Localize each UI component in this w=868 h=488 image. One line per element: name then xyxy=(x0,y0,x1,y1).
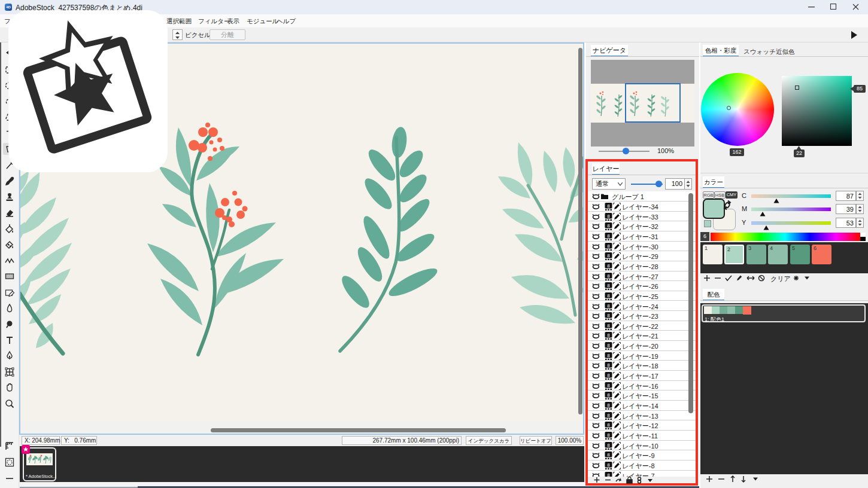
svg-text:8: 8 xyxy=(607,223,610,228)
svg-text:クリア: クリア xyxy=(770,275,791,282)
svg-text:8: 8 xyxy=(607,333,610,338)
svg-text:8: 8 xyxy=(607,343,610,348)
svg-text:8: 8 xyxy=(607,263,610,268)
svg-text:8: 8 xyxy=(607,292,610,298)
svg-text:8: 8 xyxy=(607,243,610,248)
svg-text:8: 8 xyxy=(607,362,610,368)
svg-text:8: 8 xyxy=(607,392,610,398)
svg-text:8: 8 xyxy=(607,472,610,477)
svg-text:8: 8 xyxy=(607,213,610,218)
svg-text:8: 8 xyxy=(607,442,610,447)
svg-text:8: 8 xyxy=(607,382,610,388)
svg-text:8: 8 xyxy=(607,352,610,358)
svg-text:8: 8 xyxy=(607,303,610,308)
svg-text:8: 8 xyxy=(607,402,610,408)
svg-text:8: 8 xyxy=(607,283,610,288)
svg-text:8: 8 xyxy=(607,273,610,278)
svg-text:8: 8 xyxy=(607,412,610,417)
svg-text:8: 8 xyxy=(607,373,610,378)
svg-text:8: 8 xyxy=(607,462,610,467)
svg-text:8: 8 xyxy=(607,203,610,209)
svg-text:8: 8 xyxy=(607,253,610,258)
svg-text:8: 8 xyxy=(607,233,610,238)
svg-text:8: 8 xyxy=(607,313,610,318)
svg-text:8: 8 xyxy=(607,452,610,458)
svg-text:8: 8 xyxy=(607,432,610,437)
svg-text:8: 8 xyxy=(607,422,610,428)
svg-text:8: 8 xyxy=(607,322,610,328)
